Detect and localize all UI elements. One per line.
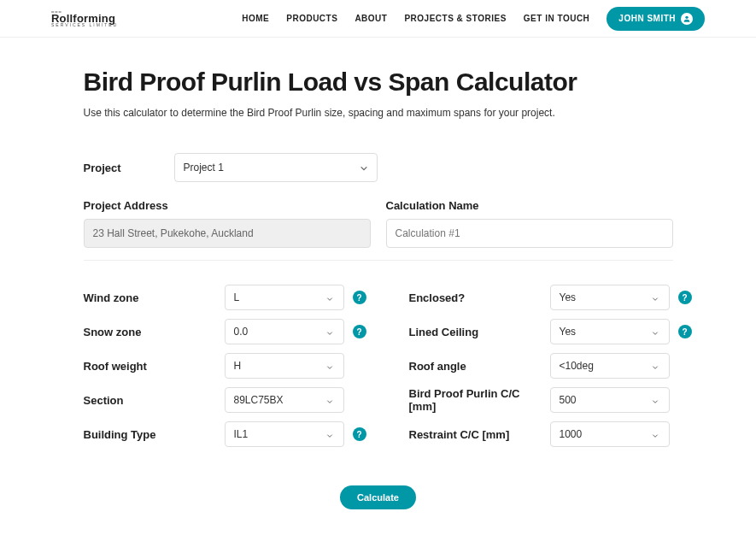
calculation-name-label: Calculation Name	[386, 199, 673, 212]
help-icon[interactable]: ?	[353, 291, 366, 304]
parameters-grid: Wind zone L ? Enclosed? Yes ? Snow zone …	[84, 285, 673, 447]
roof-angle-label: Roof angle	[409, 360, 550, 373]
chevron-down-icon	[326, 293, 335, 302]
roof-weight-select[interactable]: H	[225, 353, 344, 379]
purlin-cc-row: Bird Proof Purlin C/C [mm] 500	[409, 387, 692, 413]
user-icon	[681, 13, 693, 25]
calculate-button[interactable]: Calculate	[340, 485, 416, 509]
page-title: Bird Proof Purlin Load vs Span Calculato…	[84, 68, 673, 97]
snow-zone-select[interactable]: 0.0	[225, 319, 344, 344]
project-select-row: Project Project 1	[84, 153, 673, 182]
nav-about[interactable]: ABOUT	[355, 14, 387, 23]
section-label: Section	[84, 394, 225, 407]
help-icon[interactable]: ?	[353, 325, 366, 338]
calculator-page: Bird Proof Purlin Load vs Span Calculato…	[84, 38, 673, 509]
calculation-name-input[interactable]	[386, 219, 673, 248]
help-icon[interactable]: ?	[678, 325, 692, 338]
section-select[interactable]: 89LC75BX	[225, 387, 344, 413]
enclosed-select[interactable]: Yes	[550, 285, 670, 310]
user-name: JOHN SMITH	[618, 14, 676, 23]
user-menu[interactable]: JOHN SMITH	[607, 7, 705, 31]
snow-zone-row: Snow zone 0.0 ?	[84, 319, 366, 344]
wind-zone-row: Wind zone L ?	[84, 285, 366, 310]
project-label: Project	[84, 162, 161, 174]
svg-point-0	[685, 15, 688, 18]
roof-weight-label: Roof weight	[84, 360, 225, 373]
building-type-row: Building Type IL1 ?	[84, 421, 366, 447]
snow-zone-label: Snow zone	[84, 326, 225, 338]
enclosed-row: Enclosed? Yes ?	[409, 285, 692, 310]
building-type-label: Building Type	[84, 428, 225, 441]
purlin-cc-label: Bird Proof Purlin C/C [mm]	[409, 387, 550, 413]
section-divider	[84, 260, 673, 261]
nav-home[interactable]: HOME	[242, 14, 269, 23]
chevron-down-icon	[652, 396, 660, 404]
section-row: Section 89LC75BX	[84, 387, 366, 413]
chevron-down-icon	[652, 293, 660, 302]
main-nav: HOME PRODUCTS ABOUT PROJECTS & STORIES G…	[118, 7, 705, 31]
logo[interactable]: ≈≈≈ Rollforming SERVICES LIMITED	[51, 9, 118, 27]
site-header: ≈≈≈ Rollforming SERVICES LIMITED HOME PR…	[0, 0, 756, 38]
nav-products[interactable]: PRODUCTS	[286, 14, 337, 23]
wind-zone-select[interactable]: L	[225, 285, 344, 310]
project-details-row: Project Address 23 Hall Street, Pukekohe…	[84, 199, 673, 248]
roof-angle-select[interactable]: <10deg	[550, 353, 670, 379]
lined-ceiling-label: Lined Ceiling	[409, 326, 550, 338]
chevron-down-icon	[326, 362, 335, 370]
building-type-select[interactable]: IL1	[225, 421, 344, 447]
lined-ceiling-row: Lined Ceiling Yes ?	[409, 319, 692, 344]
project-select[interactable]: Project 1	[174, 153, 378, 182]
lined-ceiling-select[interactable]: Yes	[550, 319, 670, 344]
help-icon[interactable]: ?	[678, 291, 692, 304]
nav-projects[interactable]: PROJECTS & STORIES	[404, 14, 506, 23]
actions-row: Calculate	[84, 485, 673, 509]
chevron-down-icon	[326, 327, 335, 336]
project-address-input: 23 Hall Street, Pukekohe, Auckland	[84, 219, 371, 248]
chevron-down-icon	[360, 163, 368, 172]
nav-contact[interactable]: GET IN TOUCH	[524, 14, 589, 23]
enclosed-label: Enclosed?	[409, 291, 550, 304]
help-icon[interactable]: ?	[353, 427, 366, 441]
chevron-down-icon	[326, 396, 335, 404]
wind-zone-label: Wind zone	[84, 291, 225, 304]
restraint-cc-row: Restraint C/C [mm] 1000	[409, 421, 692, 447]
roof-angle-row: Roof angle <10deg	[409, 353, 692, 379]
purlin-cc-select[interactable]: 500	[550, 387, 670, 413]
chevron-down-icon	[326, 430, 335, 438]
chevron-down-icon	[652, 362, 660, 370]
page-subtitle: Use this calculator to determine the Bir…	[84, 107, 673, 119]
restraint-cc-label: Restraint C/C [mm]	[409, 428, 550, 441]
roof-weight-row: Roof weight H	[84, 353, 366, 379]
project-select-value: Project 1	[184, 162, 224, 174]
chevron-down-icon	[652, 327, 660, 336]
restraint-cc-select[interactable]: 1000	[550, 421, 670, 447]
chevron-down-icon	[652, 430, 660, 438]
project-address-label: Project Address	[84, 199, 371, 212]
